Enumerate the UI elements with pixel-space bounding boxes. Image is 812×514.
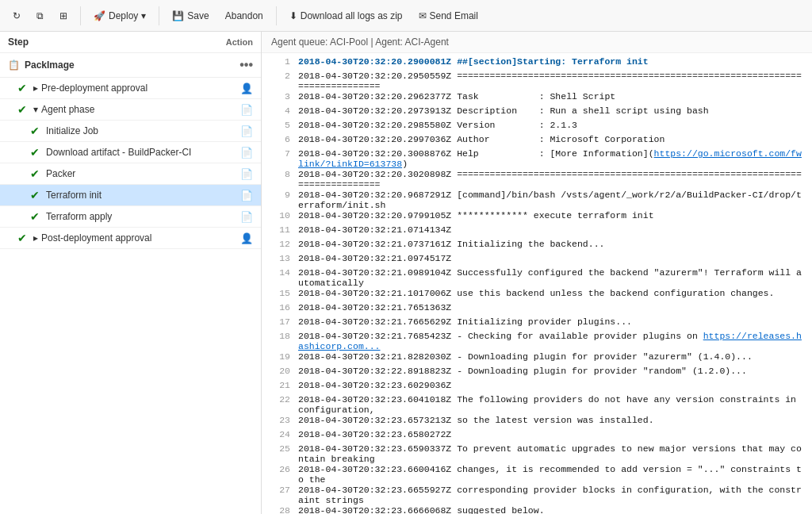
step-action-icon: 👤 [240,82,253,94]
email-icon: ✉ [419,10,427,21]
log-line-number: 10 [268,210,290,224]
check-icon: ✔ [30,189,40,201]
deploy-dropdown-icon: ▾ [141,10,146,21]
log-line-text: 2018-04-30T20:32:21.0714134Z [298,224,806,239]
folder-icon: 📋 [8,59,20,71]
step-item[interactable]: ✔ ▾ Agent phase 📄 [0,99,261,121]
log-line: 262018-04-30T20:32:23.6600416Z changes, … [262,464,812,485]
log-line: 122018-04-30T20:32:21.0737161Z Initializ… [262,239,812,253]
step-label: Pre-deployment approval [41,82,240,94]
step-item[interactable]: ✔ ▸ Pre-deployment approval 👤 [0,78,261,99]
log-line: 42018-04-30T20:32:20.2973913Z Descriptio… [262,105,812,120]
log-line: 232018-04-30T20:32:23.6573213Z so the la… [262,415,812,429]
log-line-number: 14 [268,267,290,288]
person-icon: 👤 [240,82,253,94]
step-label: Initialize Job [46,125,240,136]
step-item[interactable]: ✔ ▸ Post-deployment approval 👤 [0,228,261,249]
email-button[interactable]: ✉ Send Email [412,7,485,25]
check-icon: ✔ [30,125,40,137]
log-line: 82018-04-30T20:32:20.3020898Z ==========… [262,169,812,190]
log-line-number: 8 [268,169,290,190]
log-line-text: 2018-04-30T20:32:20.2973913Z Description… [298,105,806,120]
log-line: 192018-04-30T20:32:21.8282030Z - Downloa… [262,351,812,366]
step-label: Download artifact - BuildPacker-CI [46,147,240,158]
log-line-text: 2018-04-30T20:32:21.0989104Z Successfull… [298,267,806,288]
step-status-icon: ✔ [16,103,29,116]
log-header: Agent queue: ACI-Pool | Agent: ACI-Agent [262,32,812,53]
step-item[interactable]: ✔ Terraform apply 📄 [0,206,261,228]
log-line-text: 2018-04-30T20:32:21.8282030Z - Downloadi… [298,351,806,366]
log-line-number: 18 [268,331,290,351]
log-line: 92018-04-30T20:32:20.9687291Z [command]/… [262,190,812,210]
log-line-text: 2018-04-30T20:32:20.3020898Z ===========… [298,169,806,190]
log-line-text: 2018-04-30T20:32:20.2962377Z Task : Shel… [298,91,806,105]
log-line-number: 21 [268,380,290,394]
check-icon: ✔ [17,103,27,116]
expand-icon: ▾ [33,104,38,115]
step-action-icon: 📄 [240,210,253,223]
log-line-text: 2018-04-30T20:32:23.6590337Z To prevent … [298,443,806,464]
log-line: 182018-04-30T20:32:21.7685423Z - Checkin… [262,331,812,351]
log-line-number: 7 [268,148,290,169]
save-button[interactable]: 💾 Save [166,7,215,25]
deploy-button[interactable]: 🚀 Deploy ▾ [87,7,152,25]
log-line-number: 2 [268,71,290,91]
step-item[interactable]: ✔ Terraform init 📄 [0,185,261,206]
refresh-button[interactable]: ↻ [6,7,27,25]
separator-2 [159,6,159,25]
log-line-number: 19 [268,351,290,366]
step-status-icon: ✔ [29,210,41,223]
log-line-number: 4 [268,105,290,120]
steps-header: Step Action [0,32,261,53]
log-line-text: 2018-04-30T20:32:20.9687291Z [command]/b… [298,190,806,210]
copy-button[interactable]: ⧉ [30,7,50,25]
log-line-text: 2018-04-30T20:32:23.6580272Z [298,429,806,443]
log-link[interactable]: https://go.microsoft.com/fwlink/?LinkID=… [298,148,802,169]
log-line: 62018-04-30T20:32:20.2997036Z Author : M… [262,134,812,148]
log-line-number: 23 [268,415,290,429]
log-line-number: 16 [268,302,290,316]
step-action-icon: 📄 [240,146,253,159]
log-line: 202018-04-30T20:32:22.8918823Z - Downloa… [262,366,812,380]
clone-icon: ⊞ [59,10,67,21]
step-item[interactable]: ✔ Initialize Job 📄 [0,121,261,142]
step-label: Packer [46,168,240,179]
step-label: Agent phase [41,104,240,115]
log-line-number: 17 [268,316,290,331]
log-line: 132018-04-30T20:32:21.0974517Z [262,253,812,267]
log-area[interactable]: 12018-04-30T20:32:20.2900081Z ##[section… [262,53,812,514]
log-line-text: 2018-04-30T20:32:21.0974517Z [298,253,806,267]
log-line-text: 2018-04-30T20:32:23.6573213Z so the late… [298,415,806,429]
step-action-icon: 📄 [240,103,253,116]
clone-button[interactable]: ⊞ [53,7,74,25]
steps-list: ✔ ▸ Pre-deployment approval 👤 ✔ ▾ Agent … [0,78,261,249]
log-line: 142018-04-30T20:32:21.0989104Z Successfu… [262,267,812,288]
download-icon: ⬇ [289,10,297,21]
copy-icon: ⧉ [36,10,44,21]
log-line-text: 2018-04-30T20:32:23.6655927Z correspondi… [298,485,806,505]
log-line-number: 27 [268,485,290,505]
separator-1 [80,6,81,25]
step-item[interactable]: ✔ Packer 📄 [0,163,261,185]
log-line: 242018-04-30T20:32:23.6580272Z [262,429,812,443]
step-item[interactable]: ✔ Download artifact - BuildPacker-CI 📄 [0,142,261,163]
log-line: 152018-04-30T20:32:21.1017006Z use this … [262,288,812,302]
expand-icon: ▸ [33,82,38,94]
download-button[interactable]: ⬇ Download all logs as zip [283,7,409,25]
log-line-text: 2018-04-30T20:32:20.2985580Z Version : 2… [298,120,806,134]
log-link[interactable]: https://releases.hashicorp.com... [298,331,802,351]
log-line: 172018-04-30T20:32:21.7665629Z Initializ… [262,316,812,331]
deploy-icon: 🚀 [94,10,105,21]
log-line-number: 9 [268,190,290,210]
step-root-packimage[interactable]: 📋 PackImage ••• [0,53,261,78]
log-line: 212018-04-30T20:32:23.6029036Z [262,380,812,394]
log-line: 32018-04-30T20:32:20.2962377Z Task : She… [262,91,812,105]
log-line-number: 5 [268,120,290,134]
steps-col-action: Action [226,37,253,47]
abandon-button[interactable]: Abandon [219,7,270,25]
main-layout: Step Action 📋 PackImage ••• ✔ ▸ Pre-depl… [0,32,812,514]
log-line-number: 3 [268,91,290,105]
log-line: 162018-04-30T20:32:21.7651363Z [262,302,812,316]
root-more-icon[interactable]: ••• [239,58,253,72]
step-action-icon: 📄 [240,189,253,201]
